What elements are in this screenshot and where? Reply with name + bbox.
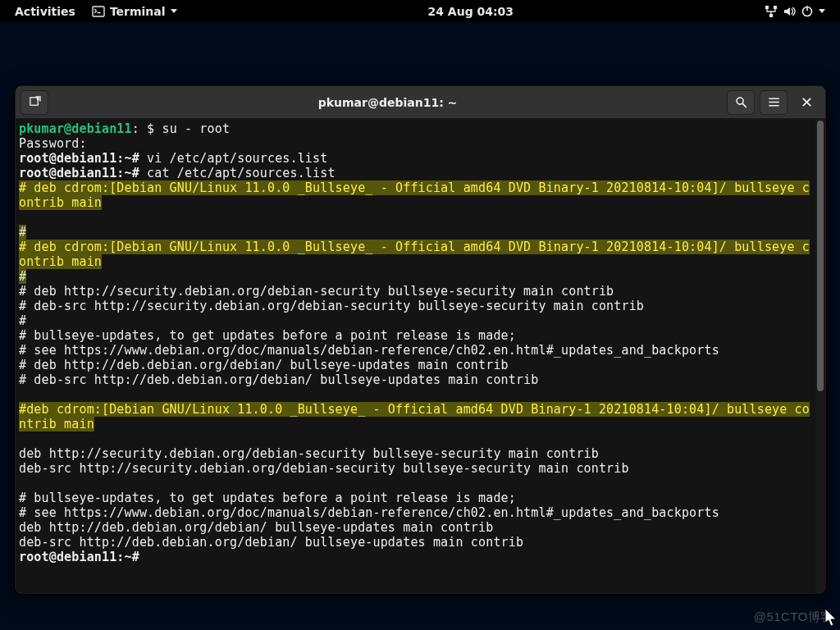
network-icon — [765, 5, 778, 18]
output-line: Password: — [19, 136, 812, 151]
output-line: # — [19, 269, 812, 284]
highlighted-text: # — [19, 269, 26, 284]
prompt-line: root@debian11:~# — [19, 550, 812, 564]
volume-icon — [783, 5, 796, 18]
prompt-sep: : — [132, 121, 147, 136]
svg-rect-2 — [774, 6, 777, 9]
clock-label: 24 Aug 04:03 — [427, 5, 514, 18]
svg-rect-3 — [769, 14, 773, 17]
highlighted-text: # — [19, 225, 26, 240]
prompt-cmd: vi /etc/apt/sources.list — [147, 151, 327, 166]
prompt-line: pkumar@debian11: $ su - root — [19, 121, 812, 136]
new-tab-button[interactable] — [21, 90, 48, 115]
power-icon — [801, 5, 814, 18]
app-menu-button[interactable]: Terminal — [84, 0, 185, 22]
output-line — [19, 210, 812, 225]
svg-rect-0 — [93, 7, 104, 16]
output-line: # see https://www.debian.org/doc/manuals… — [19, 343, 812, 358]
search-icon — [735, 96, 747, 108]
output-line: # deb http://deb.debian.org/debian/ bull… — [19, 358, 812, 372]
prompt-root: root@debian11:~# — [19, 151, 147, 166]
app-menu-label: Terminal — [110, 5, 166, 18]
output-line: # bullseye-updates, to get updates befor… — [19, 491, 812, 505]
prompt-root: root@debian11:~# — [19, 550, 139, 564]
terminal-body[interactable]: pkumar@debian11: $ su - root Password: r… — [16, 119, 815, 593]
terminal-scrollbar[interactable] — [815, 119, 825, 593]
output-line: # — [19, 313, 812, 328]
output-line: # deb cdrom:[Debian GNU/Linux 11.0.0 _Bu… — [19, 180, 812, 210]
output-line — [19, 387, 812, 402]
svg-rect-1 — [765, 6, 769, 9]
prompt-line: root@debian11:~# vi /etc/apt/sources.lis… — [19, 151, 812, 166]
gnome-topbar: Activities Terminal 24 Aug 04:03 — [0, 0, 840, 22]
terminal-body-wrap: pkumar@debian11: $ su - root Password: r… — [16, 119, 825, 593]
output-line — [19, 476, 812, 491]
close-icon — [801, 96, 813, 108]
output-line: # bullseye-updates, to get updates befor… — [19, 328, 812, 343]
output-line: # — [19, 225, 812, 240]
terminal-window: pkumar@debian11: ~ pkumar@debian11: $ su… — [15, 85, 826, 594]
highlighted-text: # deb cdrom:[Debian GNU/Linux 11.0.0 _Bu… — [19, 180, 810, 210]
output-line: #deb cdrom:[Debian GNU/Linux 11.0.0 _Bul… — [19, 402, 812, 431]
svg-point-7 — [737, 98, 743, 104]
system-status-area[interactable] — [756, 0, 833, 22]
output-line: # see https://www.debian.org/doc/manuals… — [19, 505, 812, 520]
watermark-text: @51CTO博客 — [754, 609, 833, 625]
prompt-cmd: su - root — [162, 121, 230, 136]
close-button[interactable] — [792, 90, 820, 115]
search-button[interactable] — [727, 90, 755, 115]
output-line: deb-src http://security.debian.org/debia… — [19, 461, 812, 476]
output-line: deb http://deb.debian.org/debian/ bullse… — [19, 520, 812, 535]
prompt-root: root@debian11:~# — [19, 166, 147, 180]
output-line: # deb-src http://security.debian.org/deb… — [19, 299, 812, 313]
activities-button[interactable]: Activities — [7, 0, 84, 22]
window-titlebar[interactable]: pkumar@debian11: ~ — [16, 86, 825, 119]
new-tab-icon — [29, 96, 41, 108]
hamburger-menu-button[interactable] — [760, 90, 788, 115]
prompt-cmd: cat /etc/apt/sources.list — [147, 166, 336, 180]
hamburger-icon — [768, 96, 780, 108]
chevron-down-icon — [171, 9, 177, 13]
activities-label: Activities — [15, 5, 75, 18]
prompt-symbol: $ — [147, 121, 162, 136]
chevron-down-icon — [819, 9, 825, 13]
svg-rect-5 — [806, 6, 808, 11]
output-line: # deb-src http://deb.debian.org/debian/ … — [19, 372, 812, 387]
svg-rect-6 — [30, 98, 37, 105]
output-line — [19, 431, 812, 446]
output-line: # deb http://security.debian.org/debian-… — [19, 284, 812, 299]
scrollbar-thumb[interactable] — [817, 121, 824, 391]
terminal-icon — [92, 5, 105, 18]
output-line: deb http://security.debian.org/debian-se… — [19, 446, 812, 461]
prompt-line: root@debian11:~# cat /etc/apt/sources.li… — [19, 166, 812, 180]
output-line: # deb cdrom:[Debian GNU/Linux 11.0.0 _Bu… — [19, 240, 812, 269]
output-line: deb-src http://deb.debian.org/debian/ bu… — [19, 535, 812, 550]
highlighted-text: # deb cdrom:[Debian GNU/Linux 11.0.0 _Bu… — [19, 240, 810, 269]
clock-button[interactable]: 24 Aug 04:03 — [419, 0, 522, 22]
window-title: pkumar@debian11: ~ — [53, 96, 722, 109]
highlighted-text: #deb cdrom:[Debian GNU/Linux 11.0.0 _Bul… — [19, 402, 810, 431]
prompt-user: pkumar@debian11 — [19, 121, 132, 136]
